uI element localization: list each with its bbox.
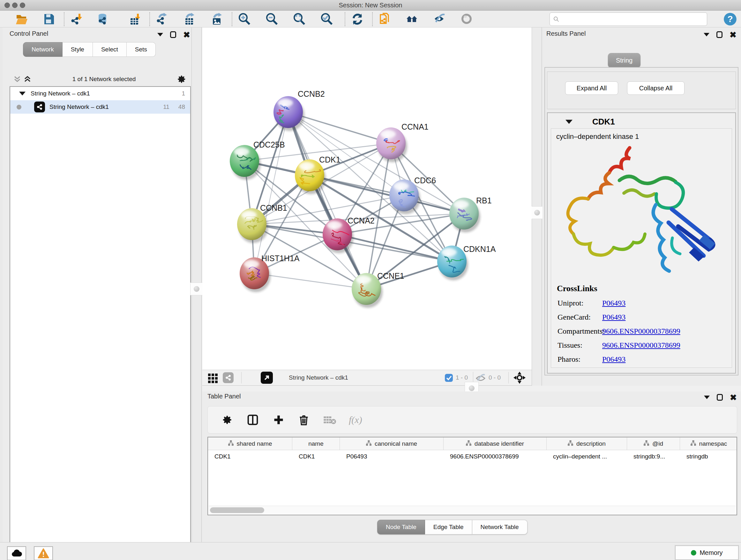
tab-sets[interactable]: Sets <box>127 42 156 57</box>
home-houses-button[interactable] <box>403 12 421 26</box>
table-panel-close-icon[interactable]: ✖ <box>730 394 737 401</box>
zoom-selected-button[interactable] <box>318 12 336 26</box>
tab-node-table[interactable]: Node Table <box>377 520 425 535</box>
cell-name[interactable]: CDK1 <box>292 450 340 463</box>
node-CDC6[interactable]: CDC6 <box>389 176 436 214</box>
cloud-icon <box>11 549 22 557</box>
table-options-gear-icon[interactable] <box>222 415 232 425</box>
hide-eye-button[interactable] <box>431 12 449 26</box>
results-panel-close-icon[interactable]: ✖ <box>730 32 737 38</box>
column-header-database-identifier[interactable]: database identifier <box>444 437 547 450</box>
node-CCNA2[interactable]: CCNA2 <box>323 216 375 253</box>
cell-database-identifier[interactable]: 9606.ENSP00000378699 <box>444 450 547 463</box>
control-panel-close-icon[interactable]: ✖ <box>183 32 190 38</box>
table-hscrollbar-thumb[interactable] <box>210 507 264 513</box>
edge-CCNB2-CCNE1[interactable] <box>288 112 366 289</box>
crosslink-link[interactable]: P06493 <box>602 355 625 364</box>
export-image-button[interactable] <box>208 12 226 26</box>
node-CCNB2[interactable]: CCNB2 <box>273 89 325 131</box>
column-header-description[interactable]: description <box>547 437 627 450</box>
fit-crosshair-icon[interactable] <box>513 371 526 384</box>
string-share-icon[interactable] <box>223 372 233 383</box>
collapse-all-button[interactable]: Collapse All <box>627 81 684 95</box>
tree-expander-icon[interactable] <box>19 91 25 96</box>
results-panel-float-icon[interactable] <box>717 31 723 38</box>
tab-style[interactable]: Style <box>63 42 93 57</box>
network-canvas[interactable]: CCNB2CCNA1CDC25BCDK1CDC6RB1CCNB1CCNA2CDK… <box>202 27 532 370</box>
network-row[interactable]: String Network – cdk1 11 48 <box>10 100 190 114</box>
zoom-out-button[interactable] <box>263 12 281 26</box>
tab-string[interactable]: String <box>608 53 641 68</box>
warning-status-button[interactable] <box>34 546 53 560</box>
node-CDK1[interactable]: CDK1 <box>295 155 340 194</box>
control-panel-collapse-icon[interactable] <box>157 33 163 37</box>
import-table-file-button[interactable] <box>126 12 144 26</box>
right-splitter[interactable] <box>532 27 542 386</box>
cloud-status-button[interactable] <box>7 546 26 560</box>
horizontal-splitter[interactable] <box>202 386 741 391</box>
open-file-button[interactable] <box>13 12 30 26</box>
edge-HIST1H1A-CCNE1[interactable] <box>254 273 366 289</box>
import-network-file-button[interactable] <box>68 12 85 26</box>
table-panel-collapse-icon[interactable] <box>704 395 710 399</box>
birdseye-grid-icon[interactable] <box>207 372 218 383</box>
tab-edge-table[interactable]: Edge Table <box>425 520 472 535</box>
zoom-fit-button[interactable] <box>290 12 308 26</box>
table-panel-float-icon[interactable] <box>717 394 723 401</box>
right-splitter-grip[interactable] <box>531 206 543 219</box>
expand-all-icon[interactable] <box>23 76 31 83</box>
expand-all-button[interactable]: Expand All <box>565 81 618 95</box>
cell-canonical-name[interactable]: P06493 <box>340 450 444 463</box>
node-CCNE1[interactable]: CCNE1 <box>352 271 404 308</box>
node-HIST1H1A[interactable]: HIST1H1A <box>240 254 300 292</box>
cell-namespac[interactable]: stringdb <box>680 450 737 463</box>
help-button[interactable]: ? <box>721 12 739 26</box>
cell-shared-name[interactable]: CDK1 <box>208 450 292 463</box>
save-session-button[interactable] <box>40 12 58 26</box>
show-columns-icon[interactable] <box>247 414 259 426</box>
column-header-canonical-name[interactable]: canonical name <box>340 437 444 450</box>
import-network-database-button[interactable] <box>95 12 113 26</box>
cell-description[interactable]: cyclin–dependent ... <box>547 450 627 463</box>
crosslink-link[interactable]: 9606.ENSP00000378699 <box>602 341 680 350</box>
open-in-window-icon[interactable] <box>261 372 273 384</box>
tab-network-table[interactable]: Network Table <box>472 520 528 535</box>
share-annotation-button[interactable] <box>376 12 394 26</box>
crosslink-link[interactable]: P06493 <box>602 313 625 321</box>
save-session-icon <box>43 12 56 26</box>
table-hscrollbar[interactable] <box>209 506 736 514</box>
cell--id[interactable]: stringdb:9... <box>627 450 680 463</box>
gene-header-row[interactable]: CDK1 <box>548 115 735 128</box>
column-header-namespac[interactable]: namespac <box>680 437 737 450</box>
node-CCNA1[interactable]: CCNA1 <box>376 122 428 162</box>
selected-checkbox-icon[interactable] <box>445 374 453 382</box>
node-RB1[interactable]: RB1 <box>449 196 492 233</box>
network-collection-row[interactable]: String Network – cdk1 1 <box>10 87 190 100</box>
edge-CCNB2-HIST1H1A[interactable] <box>254 112 288 273</box>
search-input[interactable] <box>559 13 707 25</box>
gene-expander-icon[interactable] <box>565 120 572 124</box>
column-header-name[interactable]: name <box>292 437 340 450</box>
left-splitter[interactable] <box>192 27 202 542</box>
add-column-icon[interactable] <box>273 414 284 426</box>
collapse-all-icon[interactable] <box>13 76 21 83</box>
delete-column-trash-icon[interactable] <box>298 414 309 426</box>
column-header--id[interactable]: @id <box>627 437 680 450</box>
zoom-in-button[interactable] <box>235 12 253 26</box>
export-table-button[interactable] <box>181 12 199 26</box>
memory-button[interactable]: Memory <box>675 546 738 560</box>
results-panel-collapse-icon[interactable] <box>704 33 710 37</box>
tab-select[interactable]: Select <box>93 42 127 57</box>
node-CDKN1A[interactable]: CDKN1A <box>437 245 496 280</box>
crosslink-link[interactable]: 9606.ENSP00000378699 <box>602 327 680 335</box>
column-header-shared-name[interactable]: shared name <box>208 437 292 450</box>
control-panel-float-icon[interactable] <box>170 31 176 38</box>
export-network-button[interactable] <box>153 12 171 26</box>
left-splitter-grip[interactable] <box>190 283 203 295</box>
crosslink-link[interactable]: P06493 <box>602 299 625 307</box>
inactive-sphere-button[interactable] <box>458 12 476 26</box>
tab-network[interactable]: Network <box>23 42 63 57</box>
network-options-gear-icon[interactable] <box>177 74 186 84</box>
refresh-view-button[interactable] <box>348 12 366 26</box>
node-CDC25B[interactable]: CDC25B <box>230 140 285 180</box>
